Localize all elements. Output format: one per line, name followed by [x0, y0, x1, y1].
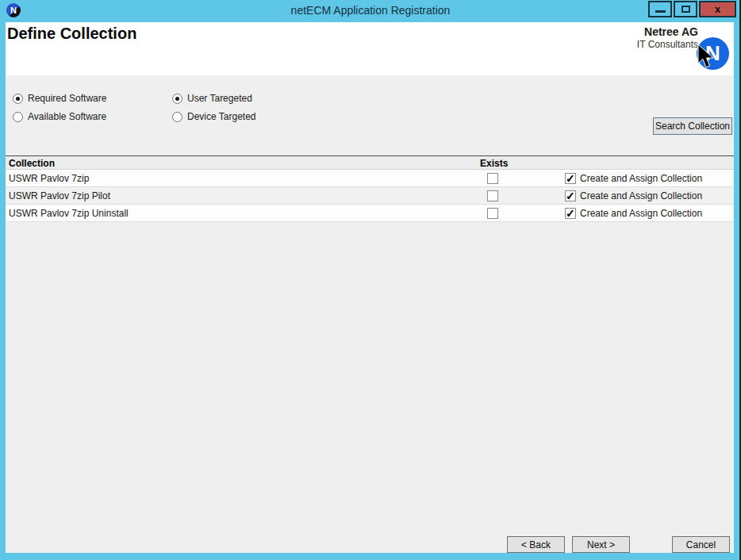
radio-label: User Taregeted — [187, 93, 252, 104]
exists-checkbox[interactable] — [487, 190, 498, 201]
radio-icon[interactable] — [13, 112, 23, 122]
mouse-cursor-icon — [695, 44, 715, 71]
create-assign-label: Create and Assign Collection — [580, 208, 702, 219]
exists-checkbox[interactable] — [487, 173, 498, 184]
table-row: USWR Pavlov 7zip Pilot Create and Assign… — [6, 187, 734, 205]
brand-block: Netree AG IT Consultants — [637, 25, 698, 50]
app-window: N netECM Application Registration x Defi… — [0, 0, 741, 560]
radio-label: Available Software — [28, 111, 106, 122]
titlebar[interactable]: N netECM Application Registration x — [0, 0, 741, 22]
radio-label: Device Targeted — [187, 111, 256, 122]
table-row: USWR Pavlov 7zip Create and Assign Colle… — [6, 170, 734, 187]
radio-required-software[interactable]: Required Software — [13, 93, 106, 104]
next-button[interactable]: Next > — [572, 536, 630, 553]
page-header: Define Collection Netree AG IT Consultan… — [6, 22, 734, 75]
dialog-body: Define Collection Netree AG IT Consultan… — [6, 22, 734, 553]
maximize-icon — [681, 6, 690, 13]
column-header-collection: Collection — [9, 158, 55, 169]
exists-checkbox[interactable] — [487, 208, 498, 219]
collection-name: USWR Pavlov 7zip Uninstall — [9, 208, 129, 219]
window-title: netECM Application Registration — [0, 4, 741, 17]
create-assign-checkbox[interactable] — [565, 208, 576, 219]
create-assign-label: Create and Assign Collection — [580, 190, 702, 201]
table-row: USWR Pavlov 7zip Uninstall Create and As… — [6, 205, 734, 222]
radio-icon[interactable] — [13, 94, 23, 104]
back-button[interactable]: < Back — [507, 536, 565, 553]
collection-name: USWR Pavlov 7zip Pilot — [9, 190, 110, 201]
window-controls: x — [647, 1, 736, 17]
cancel-button[interactable]: Cancel — [672, 536, 730, 553]
maximize-button[interactable] — [674, 1, 697, 17]
radio-icon[interactable] — [172, 112, 182, 122]
minimize-icon — [655, 10, 666, 13]
create-assign-label: Create and Assign Collection — [580, 173, 702, 184]
brand-name: Netree AG — [637, 25, 698, 38]
page-title: Define Collection — [7, 25, 136, 43]
column-header-exists: Exists — [480, 158, 508, 169]
collection-name: USWR Pavlov 7zip — [9, 173, 89, 184]
radio-icon[interactable] — [172, 94, 182, 104]
close-button[interactable]: x — [699, 1, 736, 17]
table-header: Collection Exists — [6, 155, 734, 170]
search-collection-button[interactable]: Search Collection — [653, 117, 732, 135]
create-assign-checkbox[interactable] — [565, 173, 576, 184]
radio-available-software[interactable]: Available Software — [13, 111, 106, 122]
brand-tagline: IT Consultants — [637, 39, 698, 50]
minimize-button[interactable] — [648, 1, 672, 17]
radio-user-targeted[interactable]: User Taregeted — [172, 93, 252, 104]
radio-device-targeted[interactable]: Device Targeted — [172, 111, 256, 122]
create-assign-checkbox[interactable] — [565, 190, 576, 201]
radio-label: Required Software — [28, 93, 106, 104]
